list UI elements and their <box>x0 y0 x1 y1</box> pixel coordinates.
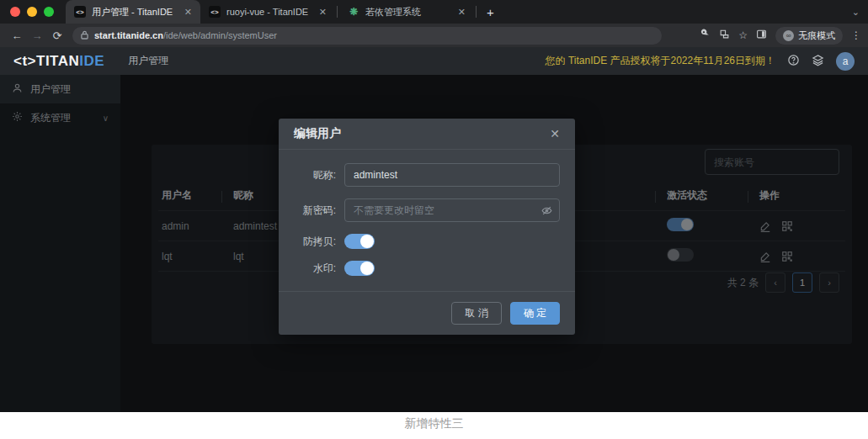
watermark-toggle[interactable] <box>344 261 375 276</box>
watermark-label: 水印: <box>279 262 344 276</box>
macos-traffic-lights <box>0 7 66 17</box>
zoom-window-button[interactable] <box>44 7 54 17</box>
titanide-logo: <t>TITANIDE <box>13 53 104 70</box>
back-button[interactable]: ← <box>7 29 27 42</box>
nickname-label: 昵称: <box>279 168 344 182</box>
layers-icon[interactable] <box>812 54 824 69</box>
tab-separator <box>337 6 338 18</box>
app-viewport: <t>TITANIDE 用户管理 您的 TitanIDE 产品授权将于2022年… <box>0 47 868 412</box>
close-icon[interactable]: ✕ <box>550 127 560 140</box>
new-tab-button[interactable]: + <box>487 5 494 19</box>
browser-tab-active[interactable]: <> 用户管理 - TitanIDE ✕ <box>66 0 200 24</box>
tab-close-icon[interactable]: ✕ <box>458 7 466 18</box>
forward-button[interactable]: → <box>27 29 47 42</box>
browser-toolbar: ← → ⟳ start.titanide.cn/ide/web/admin/sy… <box>0 24 868 47</box>
new-password-field[interactable] <box>344 198 560 222</box>
incognito-label: 无痕模式 <box>798 29 835 42</box>
tab-separator <box>476 6 477 18</box>
browser-menu-icon[interactable]: ⋮ <box>851 29 861 41</box>
url-domain: start.titanide.cn <box>94 30 163 40</box>
anticopy-toggle[interactable] <box>344 234 375 249</box>
nickname-field[interactable] <box>344 163 560 187</box>
translate-icon[interactable] <box>719 29 730 42</box>
confirm-button[interactable]: 确 定 <box>510 302 560 325</box>
dialog-title: 编辑用户 <box>294 126 341 141</box>
incognito-badge: ∞ 无痕模式 <box>775 27 843 45</box>
browser-tab[interactable]: <> ruoyi-vue - TitanIDE ✕ <box>200 0 335 24</box>
anticopy-label: 防拷贝: <box>279 235 344 249</box>
tab-title: 用户管理 - TitanIDE <box>92 6 178 19</box>
browser-tab-strip: <> 用户管理 - TitanIDE ✕ <> ruoyi-vue - Tita… <box>0 0 868 24</box>
cancel-button[interactable]: 取 消 <box>451 302 501 325</box>
help-icon[interactable] <box>787 54 800 69</box>
titanide-favicon-icon: <> <box>209 6 221 18</box>
url-path: /ide/web/admin/systemUser <box>163 30 277 40</box>
minimize-window-button[interactable] <box>27 7 37 17</box>
titanide-favicon-icon: <> <box>74 6 86 18</box>
address-bar[interactable]: start.titanide.cn/ide/web/admin/systemUs… <box>72 27 662 45</box>
ruoyi-favicon-icon: ❋ <box>348 6 359 18</box>
eye-off-icon[interactable] <box>541 204 552 220</box>
reload-button[interactable]: ⟳ <box>47 29 67 42</box>
toolbar-actions: ☆ ∞ 无痕模式 ⋮ <box>700 27 861 45</box>
tab-title: ruoyi-vue - TitanIDE <box>226 7 313 17</box>
side-panel-icon[interactable] <box>756 29 767 42</box>
figure-caption: 新增特性三 <box>0 412 868 439</box>
tab-close-icon[interactable]: ✕ <box>184 7 192 18</box>
incognito-icon: ∞ <box>783 30 794 41</box>
lock-icon <box>81 30 88 41</box>
password-key-icon[interactable] <box>700 29 711 42</box>
tab-title: 若依管理系统 <box>365 6 452 19</box>
user-avatar[interactable]: a <box>836 52 855 71</box>
close-window-button[interactable] <box>10 7 20 17</box>
breadcrumb: 用户管理 <box>128 54 168 68</box>
edit-user-dialog: 编辑用户 ✕ 昵称: 新密码: <box>279 119 575 335</box>
license-warning-text: 您的 TitanIDE 产品授权将于2022年11月26日到期！ <box>546 54 775 68</box>
app-header: <t>TITANIDE 用户管理 您的 TitanIDE 产品授权将于2022年… <box>0 47 868 75</box>
tab-search-chevron-icon[interactable]: ⌄ <box>852 7 860 18</box>
bookmark-star-icon[interactable]: ☆ <box>738 29 748 41</box>
tab-close-icon[interactable]: ✕ <box>319 7 327 18</box>
screenshot-root: <> 用户管理 - TitanIDE ✕ <> ruoyi-vue - Tita… <box>0 0 868 439</box>
new-password-label: 新密码: <box>279 204 344 218</box>
browser-tab[interactable]: ❋ 若依管理系统 ✕ <box>339 0 474 24</box>
